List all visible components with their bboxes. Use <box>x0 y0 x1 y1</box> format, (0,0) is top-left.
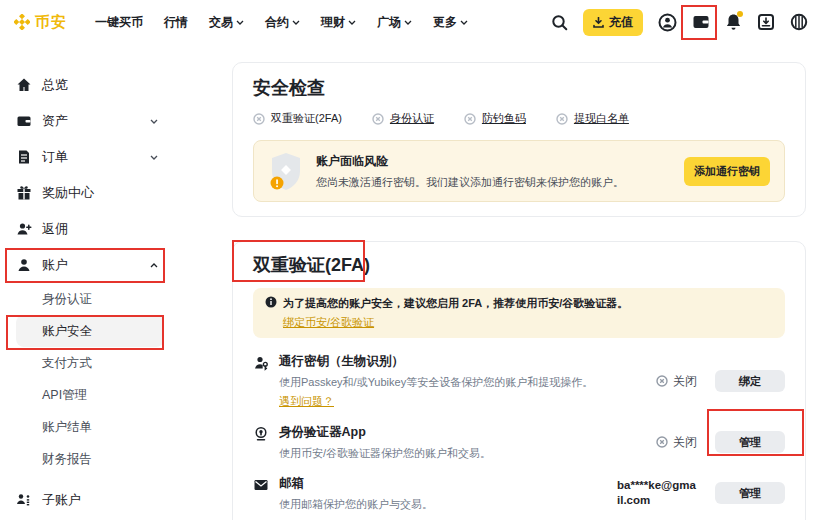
main-content: 安全检查 双重验证(2FA) 身份认证 防钓鱼码 提现白名单 <box>232 62 806 520</box>
chevron-down-icon <box>460 20 468 25</box>
authenticator-title: 身份验证器App <box>279 424 491 441</box>
passkey-title: 通行密钥（生物识别） <box>279 353 593 370</box>
top-navbar: 币安 一键买币 行情 交易 合约 理财 广场 更多 充值 <box>0 0 816 44</box>
tab-identity-verification[interactable]: 身份认证 <box>372 111 434 126</box>
search-icon[interactable] <box>551 14 568 31</box>
binance-logo-icon <box>14 14 30 30</box>
passkey-icon <box>253 355 269 371</box>
tab-2fa[interactable]: 双重验证(2FA) <box>253 111 342 126</box>
email-manage-button[interactable]: 管理 <box>715 482 785 504</box>
wallet-icon <box>16 113 32 129</box>
chevron-down-icon <box>404 20 412 25</box>
warning-text-block: 账户面临风险 您尚未激活通行密钥。我们建议添加通行密钥来保护您的账户。 <box>316 153 624 190</box>
info-icon <box>265 296 277 308</box>
twofa-notice-text: 为了提高您的账户安全，建议您启用 2FA，推荐使用币安/谷歌验证器。 <box>283 296 628 311</box>
disabled-circle-icon <box>253 113 265 125</box>
orders-icon <box>16 149 32 165</box>
chevron-down-icon <box>150 119 158 124</box>
chevron-down-icon <box>292 20 300 25</box>
language-globe-icon[interactable] <box>790 13 808 31</box>
bind-authenticator-link[interactable]: 绑定币安/谷歌验证 <box>283 315 374 330</box>
tab-anti-phishing-code[interactable]: 防钓鱼码 <box>464 111 526 126</box>
menu-item-futures[interactable]: 合约 <box>265 14 300 31</box>
notifications-bell-icon[interactable] <box>725 13 742 31</box>
sidebar-subitem-financial-reports[interactable]: 财务报告 <box>16 443 164 475</box>
binance-logo-text: 币安 <box>35 13 67 32</box>
passkey-status: 关闭 <box>617 373 697 390</box>
warning-description: 您尚未激活通行密钥。我们建议添加通行密钥来保护您的账户。 <box>316 175 624 190</box>
sidebar: 总览 资产 订单 奖励中心 返佣 账户 身份认证 账户安全 支付方式 API管理… <box>0 67 228 518</box>
email-icon <box>253 477 269 493</box>
authenticator-status: 关闭 <box>617 434 697 451</box>
download-app-icon[interactable] <box>757 13 775 31</box>
security-item-authenticator: 身份验证器App 使用币安/谷歌验证器保护您的账户和交易。 关闭 管理 <box>253 424 785 460</box>
security-check-card: 安全检查 双重验证(2FA) 身份认证 防钓鱼码 提现白名单 <box>232 62 806 217</box>
passkey-description: 使用Passkey和/或Yubikey等安全设备保护您的账户和提现操作。 <box>279 376 593 389</box>
authenticator-app-icon <box>253 426 269 442</box>
email-title: 邮箱 <box>279 475 433 492</box>
sidebar-subitem-account-statement[interactable]: 账户结单 <box>16 411 164 443</box>
security-check-title: 安全检查 <box>253 77 785 99</box>
sidebar-item-referral[interactable]: 返佣 <box>16 211 166 247</box>
chevron-down-icon <box>236 20 244 25</box>
email-masked-value: ba****ke@gmail.com <box>617 478 697 508</box>
menu-item-square[interactable]: 广场 <box>377 14 412 31</box>
status-off-icon <box>656 436 668 448</box>
disabled-circle-icon <box>556 113 568 125</box>
security-item-email: 邮箱 使用邮箱保护您的账户与交易。 ba****ke@gmail.com 管理 <box>253 475 785 511</box>
twofa-title: 双重验证(2FA) <box>253 254 785 276</box>
sidebar-item-sub-accounts[interactable]: 子账户 <box>16 482 166 518</box>
authenticator-manage-button[interactable]: 管理 <box>715 431 785 453</box>
sidebar-item-orders[interactable]: 订单 <box>16 139 166 175</box>
menu-item-markets[interactable]: 行情 <box>164 14 188 31</box>
chevron-down-icon <box>150 155 158 160</box>
shield-warning-icon <box>268 151 304 191</box>
sub-accounts-icon <box>16 492 32 508</box>
disabled-circle-icon <box>372 113 384 125</box>
authenticator-description: 使用币安/谷歌验证器保护您的账户和交易。 <box>279 447 491 460</box>
home-icon <box>16 77 32 93</box>
passkey-help-link[interactable]: 遇到问题？ <box>279 394 334 409</box>
warning-title: 账户面临风险 <box>316 153 624 170</box>
deposit-icon <box>593 17 604 28</box>
notification-dot <box>737 11 743 17</box>
profile-icon[interactable] <box>658 13 677 32</box>
wallet-icon[interactable] <box>692 13 710 31</box>
main-menu: 一键买币 行情 交易 合约 理财 广场 更多 <box>95 14 468 31</box>
add-passkey-button[interactable]: 添加通行密钥 <box>684 157 770 186</box>
rewards-icon <box>16 185 32 201</box>
tab-withdrawal-whitelist[interactable]: 提现白名单 <box>556 111 629 126</box>
sidebar-item-assets[interactable]: 资产 <box>16 103 166 139</box>
referral-icon <box>16 221 32 237</box>
sidebar-subitem-account-security[interactable]: 账户安全 <box>16 315 164 347</box>
sidebar-item-rewards-hub[interactable]: 奖励中心 <box>16 175 166 211</box>
sidebar-subitem-identity-verification[interactable]: 身份认证 <box>16 283 164 315</box>
status-off-icon <box>656 375 668 387</box>
account-risk-warning: 账户面临风险 您尚未激活通行密钥。我们建议添加通行密钥来保护您的账户。 添加通行… <box>253 140 785 202</box>
navbar-actions: 充值 <box>551 9 808 36</box>
menu-item-buy-crypto[interactable]: 一键买币 <box>95 14 143 31</box>
deposit-button[interactable]: 充值 <box>583 9 643 36</box>
twofa-notice: 为了提高您的账户安全，建议您启用 2FA，推荐使用币安/谷歌验证器。 绑定币安/… <box>253 288 785 338</box>
sidebar-item-overview[interactable]: 总览 <box>16 67 166 103</box>
menu-item-more[interactable]: 更多 <box>433 14 468 31</box>
disabled-circle-icon <box>464 113 476 125</box>
security-check-tabs: 双重验证(2FA) 身份认证 防钓鱼码 提现白名单 <box>253 111 785 126</box>
email-description: 使用邮箱保护您的账户与交易。 <box>279 498 433 511</box>
sidebar-subitem-api-management[interactable]: API管理 <box>16 379 164 411</box>
chevron-up-icon <box>150 263 158 268</box>
passkey-bind-button[interactable]: 绑定 <box>715 370 785 392</box>
sidebar-subitem-payment-methods[interactable]: 支付方式 <box>16 347 164 379</box>
menu-item-trade[interactable]: 交易 <box>209 14 244 31</box>
sidebar-item-account[interactable]: 账户 <box>16 247 166 283</box>
twofa-card: 双重验证(2FA) 为了提高您的账户安全，建议您启用 2FA，推荐使用币安/谷歌… <box>232 241 806 520</box>
security-item-passkey: 通行密钥（生物识别） 使用Passkey和/或Yubikey等安全设备保护您的账… <box>253 353 785 409</box>
menu-item-earn[interactable]: 理财 <box>321 14 356 31</box>
binance-logo[interactable]: 币安 <box>14 13 67 32</box>
account-icon <box>16 257 32 273</box>
chevron-down-icon <box>348 20 356 25</box>
